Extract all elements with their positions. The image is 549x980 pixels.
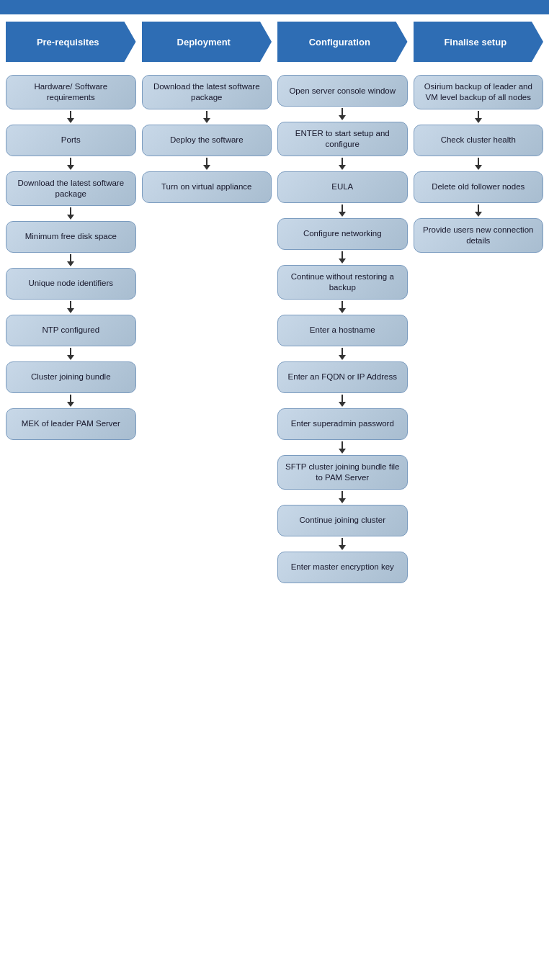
step-box: Osirium backup of leader and VM level ba… xyxy=(414,75,544,109)
step-box: Hardware/ Software requirements xyxy=(6,75,136,109)
column-header-configuration: Configuration xyxy=(277,22,408,62)
step-box: Cluster joining bundle xyxy=(6,361,136,393)
arrow-down xyxy=(67,254,74,266)
step-box: Check cluster health xyxy=(414,125,544,156)
column-configuration: ConfigurationOpen server console windowE… xyxy=(277,22,408,583)
step-box: Turn on virtual appliance xyxy=(142,171,272,203)
step-item: Delete old follower nodes xyxy=(414,171,544,218)
arrow-down xyxy=(339,251,346,264)
step-box: MEK of leader PAM Server xyxy=(6,408,136,440)
step-item: Download the latest software package xyxy=(142,75,272,125)
step-item: Enter master encryption key xyxy=(277,552,408,583)
arrow-down xyxy=(67,348,74,360)
arrow-down xyxy=(339,538,346,550)
column-finalise: Finalise setupOsirium backup of leader a… xyxy=(414,22,544,253)
step-item: EULA xyxy=(277,171,408,218)
step-item: Unique node identifiers xyxy=(6,268,136,315)
arrow-down xyxy=(339,301,346,313)
step-box: Deploy the software xyxy=(142,125,272,156)
column-header-prerequisites: Pre-requisites xyxy=(6,22,136,62)
step-box: ENTER to start setup and configure xyxy=(277,122,408,156)
arrow-down xyxy=(339,158,346,170)
arrow-down xyxy=(339,491,346,503)
step-box: SFTP cluster joining bundle file to PAM … xyxy=(277,455,408,490)
column-prerequisites: Pre-requisitesHardware/ Software require… xyxy=(6,22,136,440)
arrow-down xyxy=(67,111,74,123)
step-item: Download the latest software package xyxy=(6,171,136,221)
arrow-down xyxy=(339,395,346,407)
arrow-down xyxy=(339,204,346,217)
step-item: Enter an FQDN or IP Address xyxy=(277,361,408,408)
step-item: Deploy the software xyxy=(142,125,272,171)
step-box: Minimum free disk space xyxy=(6,221,136,253)
step-box: Enter master encryption key xyxy=(277,552,408,583)
step-item: Open server console window xyxy=(277,75,408,122)
step-box: NTP configured xyxy=(6,315,136,346)
page-title xyxy=(0,0,549,14)
step-box: Download the latest software package xyxy=(6,171,136,206)
step-item: MEK of leader PAM Server xyxy=(6,408,136,440)
step-box: Enter an FQDN or IP Address xyxy=(277,361,408,393)
column-deployment: DeploymentDownload the latest software p… xyxy=(142,22,272,203)
step-item: Continue joining cluster xyxy=(277,505,408,552)
arrow-down xyxy=(203,158,210,170)
step-item: Enter a hostname xyxy=(277,315,408,361)
arrow-down xyxy=(339,108,346,120)
arrow-down xyxy=(475,111,482,123)
column-header-finalise: Finalise setup xyxy=(414,22,544,62)
step-item: Configure networking xyxy=(277,218,408,265)
step-item: Continue without restoring a backup xyxy=(277,265,408,315)
step-item: SFTP cluster joining bundle file to PAM … xyxy=(277,455,408,505)
step-item: Check cluster health xyxy=(414,125,544,171)
step-item: Minimum free disk space xyxy=(6,221,136,268)
columns-wrapper: Pre-requisitesHardware/ Software require… xyxy=(0,14,549,598)
step-box: EULA xyxy=(277,171,408,203)
column-header-deployment: Deployment xyxy=(142,22,272,62)
step-box: Enter superadmin password xyxy=(277,408,408,440)
step-item: Ports xyxy=(6,125,136,171)
step-box: Open server console window xyxy=(277,75,408,107)
step-box: Ports xyxy=(6,125,136,156)
arrow-down xyxy=(67,301,74,313)
step-item: Turn on virtual appliance xyxy=(142,171,272,203)
step-item: Hardware/ Software requirements xyxy=(6,75,136,125)
step-box: Configure networking xyxy=(277,218,408,250)
step-box: Enter a hostname xyxy=(277,315,408,346)
step-item: Cluster joining bundle xyxy=(6,361,136,408)
step-box: Continue without restoring a backup xyxy=(277,265,408,300)
step-item: Enter superadmin password xyxy=(277,408,408,455)
step-box: Continue joining cluster xyxy=(277,505,408,536)
arrow-down xyxy=(67,158,74,170)
step-item: ENTER to start setup and configure xyxy=(277,122,408,171)
step-item: Provide users new connection details xyxy=(414,218,544,253)
step-box: Provide users new connection details xyxy=(414,218,544,253)
step-item: NTP configured xyxy=(6,315,136,361)
arrow-down xyxy=(67,207,74,220)
step-item: Osirium backup of leader and VM level ba… xyxy=(414,75,544,125)
arrow-down xyxy=(339,348,346,360)
arrow-down xyxy=(203,111,210,123)
step-box: Unique node identifiers xyxy=(6,268,136,300)
arrow-down xyxy=(67,395,74,407)
arrow-down xyxy=(475,204,482,217)
step-box: Download the latest software package xyxy=(142,75,272,109)
arrow-down xyxy=(475,158,482,170)
step-box: Delete old follower nodes xyxy=(414,171,544,203)
arrow-down xyxy=(339,441,346,454)
